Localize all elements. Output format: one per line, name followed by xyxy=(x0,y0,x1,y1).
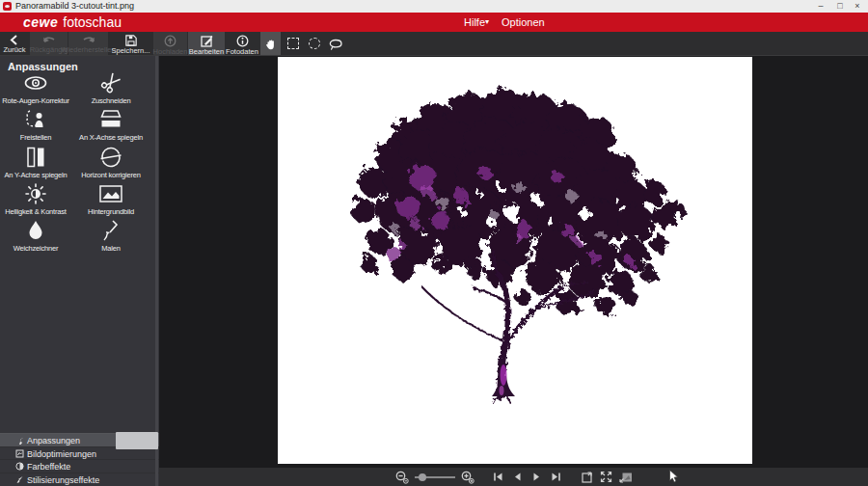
image-canvas[interactable] xyxy=(278,57,752,464)
next-image-button[interactable] xyxy=(530,471,544,484)
lasso-tool[interactable] xyxy=(326,32,345,55)
tool-helligkeit-kontrast[interactable]: Helligkeit & Kontrast xyxy=(0,182,71,216)
lasso-icon xyxy=(329,38,342,50)
menu-hilfe[interactable]: Hilfe xyxy=(464,16,485,28)
redo-icon xyxy=(82,35,95,45)
tool-an-y-achse-spiegeln[interactable]: An Y-Achse spiegeln xyxy=(0,146,71,179)
app-logo-icon xyxy=(3,2,12,11)
brand-script: cewe xyxy=(23,14,58,30)
style-icon xyxy=(15,475,27,484)
save-button[interactable]: Speichern... xyxy=(109,32,152,55)
upload-icon xyxy=(164,35,176,47)
back-button[interactable]: Zurück xyxy=(0,32,29,55)
ellipse-select-tool[interactable] xyxy=(305,32,324,55)
edit-button[interactable]: Bearbeiten xyxy=(188,32,225,55)
tool-weichzeichner[interactable]: Weichzeichner xyxy=(0,219,71,253)
cutout-icon xyxy=(24,108,47,131)
save-icon xyxy=(125,35,137,46)
app-header: cewefotoschau Hilfe ▾ Optionen xyxy=(0,13,868,32)
zoom-slider-handle[interactable] xyxy=(419,473,426,481)
last-image-button[interactable] xyxy=(550,471,563,484)
edit-icon xyxy=(201,35,213,47)
undo-icon xyxy=(42,35,56,45)
scissors-icon xyxy=(100,71,122,94)
paint-icon xyxy=(101,219,121,242)
chevron-down-icon[interactable]: ▾ xyxy=(485,17,489,26)
window-title: Panoramabild 3-cutout-tint.png xyxy=(15,0,134,13)
flip-x-icon xyxy=(98,108,123,131)
first-image-button[interactable] xyxy=(492,471,505,484)
tool-rote-augen-korrektur[interactable]: Rote-Augen-Korrektur xyxy=(0,71,71,105)
title-bar: Panoramabild 3-cutout-tint.png – □ × xyxy=(0,0,868,13)
adjustments-panel: Anpassungen Rote-Augen-Korrektur Zuschne… xyxy=(0,56,159,486)
rect-select-icon xyxy=(287,38,299,49)
tool-malen[interactable]: Malen xyxy=(71,219,150,253)
rect-select-tool[interactable] xyxy=(284,32,303,55)
image-viewport xyxy=(159,56,868,468)
background-icon xyxy=(98,182,123,205)
zoom-out-button[interactable] xyxy=(395,471,409,484)
menu-optionen[interactable]: Optionen xyxy=(502,16,545,28)
flip-y-icon xyxy=(25,146,46,169)
zoom-in-button[interactable] xyxy=(461,471,475,484)
minimize-button[interactable]: – xyxy=(812,0,829,13)
tool-horizont-korrigieren[interactable]: Horizont korrigieren xyxy=(71,146,150,179)
redo-button: Wiederherstellen xyxy=(68,32,108,55)
tool-an-x-achse-spiegeln[interactable]: An X-Achse spiegeln xyxy=(71,108,150,142)
sidebar-scrollbar-thumb[interactable] xyxy=(116,432,158,449)
section-farbeffekte[interactable]: Farbeffekte xyxy=(0,459,159,472)
ellipse-select-icon xyxy=(309,38,320,49)
tool-hintergrundbild[interactable]: Hintergrundbild xyxy=(71,182,150,216)
zoom-navigation-bar xyxy=(159,468,868,486)
tool-freistellen[interactable]: Freistellen xyxy=(0,108,71,142)
fullscreen-button[interactable] xyxy=(600,471,613,484)
previous-image-button[interactable] xyxy=(511,471,525,484)
info-icon xyxy=(236,35,249,47)
tool-zuschneiden[interactable]: Zuschneiden xyxy=(71,71,150,105)
brand-logo: cewefotoschau xyxy=(23,14,122,30)
wrench-icon xyxy=(15,436,27,445)
eye-icon xyxy=(24,71,47,94)
blur-drop-icon xyxy=(26,219,45,242)
horizon-icon xyxy=(99,146,122,169)
brand-name: fotoschau xyxy=(63,14,122,30)
main-toolbar: Zurück Rückgängig Wiederherstellen Speic… xyxy=(0,32,868,56)
sidebar-scrollbar-track[interactable] xyxy=(155,56,158,486)
zoom-slider[interactable] xyxy=(415,471,455,484)
mouse-cursor xyxy=(669,470,680,483)
maximize-button[interactable]: □ xyxy=(831,0,849,13)
hand-icon xyxy=(264,38,277,50)
tree-image xyxy=(278,57,752,464)
fit-to-window-button[interactable] xyxy=(619,471,633,484)
close-button[interactable]: × xyxy=(849,0,866,13)
section-stilisierungseffekte[interactable]: Stilisierungseffekte xyxy=(0,472,159,486)
back-icon xyxy=(9,35,20,45)
fotodaten-button[interactable]: Fotodaten xyxy=(226,32,258,55)
hand-tool[interactable] xyxy=(260,32,281,55)
original-size-button[interactable] xyxy=(581,471,594,484)
optimize-icon xyxy=(15,449,27,458)
upload-button: Hochladen xyxy=(153,32,187,55)
brightness-icon xyxy=(24,182,47,205)
color-icon xyxy=(15,462,27,471)
